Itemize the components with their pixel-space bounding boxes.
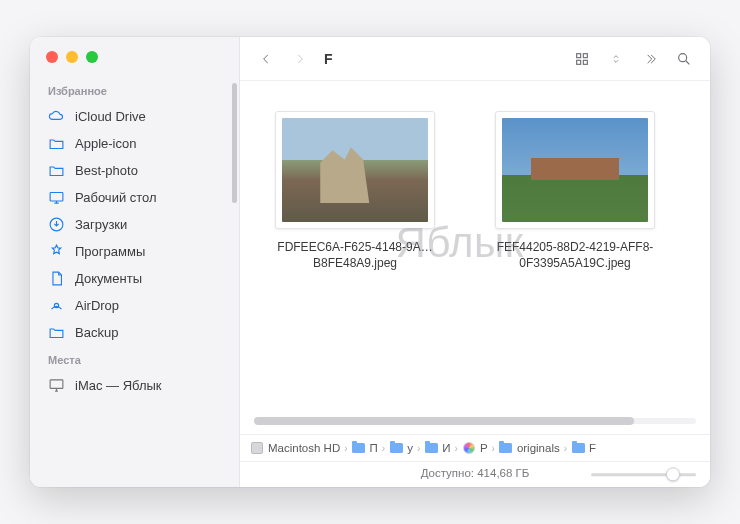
chevron-right-icon: › — [492, 443, 495, 454]
file-item[interactable]: FDFEEC6A-F625-4148-9A…B8FE48A9.jpeg — [260, 111, 450, 271]
path-segment[interactable]: P — [462, 441, 488, 455]
view-options-button[interactable] — [602, 46, 630, 72]
icon-size-slider[interactable] — [591, 467, 696, 481]
folder-icon — [389, 441, 403, 455]
path-segment[interactable]: Macintosh HD — [250, 441, 340, 455]
path-label: П — [370, 442, 378, 454]
sidebar: Избранное iCloud Drive Apple-icon Best-p… — [30, 37, 240, 487]
sidebar-item-icloud-drive[interactable]: iCloud Drive — [30, 103, 239, 130]
folder-icon — [499, 441, 513, 455]
file-thumbnail — [495, 111, 655, 229]
sidebar-item-label: iMac — Яблык — [75, 378, 162, 393]
file-name: FDFEEC6A-F625-4148-9A…B8FE48A9.jpeg — [260, 239, 450, 271]
file-grid[interactable]: FDFEEC6A-F625-4148-9A…B8FE48A9.jpeg FEF4… — [240, 81, 710, 414]
path-segment[interactable]: F — [571, 441, 596, 455]
toolbar: F — [240, 37, 710, 81]
svg-rect-5 — [583, 53, 587, 57]
sidebar-item-desktop[interactable]: Рабочий стол — [30, 184, 239, 211]
sidebar-item-label: Best-photo — [75, 163, 138, 178]
file-item[interactable]: FEF44205-88D2-4219-AFF8-0F3395A5A19C.jpe… — [480, 111, 670, 271]
imac-icon — [48, 377, 65, 394]
sidebar-section-locations: Места — [30, 346, 239, 372]
path-segment[interactable]: originals — [499, 441, 560, 455]
forward-button[interactable] — [286, 46, 314, 72]
desktop-icon — [48, 189, 65, 206]
sidebar-item-apple-icon[interactable]: Apple-icon — [30, 130, 239, 157]
svg-rect-6 — [577, 60, 581, 64]
back-button[interactable] — [252, 46, 280, 72]
status-text: Доступно: 414,68 ГБ — [421, 467, 530, 479]
more-toolbar-button[interactable] — [636, 46, 664, 72]
file-thumbnail — [275, 111, 435, 229]
sidebar-item-label: AirDrop — [75, 298, 119, 313]
sidebar-item-label: Backup — [75, 325, 118, 340]
sidebar-item-applications[interactable]: Программы — [30, 238, 239, 265]
path-segment[interactable]: y — [389, 441, 413, 455]
folder-icon — [48, 324, 65, 341]
path-segment[interactable]: И — [424, 441, 450, 455]
svg-point-8 — [679, 53, 687, 61]
folder-icon — [424, 441, 438, 455]
disk-icon — [250, 441, 264, 455]
path-label: Macintosh HD — [268, 442, 340, 454]
svg-rect-4 — [577, 53, 581, 57]
sidebar-item-label: Программы — [75, 244, 145, 259]
sidebar-item-imac[interactable]: iMac — Яблык — [30, 372, 239, 399]
search-button[interactable] — [670, 46, 698, 72]
status-bar: Доступно: 414,68 ГБ — [240, 461, 710, 487]
path-label: y — [407, 442, 413, 454]
sidebar-item-airdrop[interactable]: AirDrop — [30, 292, 239, 319]
sidebar-list: Избранное iCloud Drive Apple-icon Best-p… — [30, 73, 239, 487]
path-label: originals — [517, 442, 560, 454]
sidebar-item-label: Рабочий стол — [75, 190, 157, 205]
path-label: P — [480, 442, 488, 454]
sidebar-item-downloads[interactable]: Загрузки — [30, 211, 239, 238]
photos-library-icon — [462, 441, 476, 455]
zoom-button[interactable] — [86, 51, 98, 63]
minimize-button[interactable] — [66, 51, 78, 63]
svg-rect-3 — [50, 380, 63, 389]
main-pane: F FDFEEC6A-F625-4148-9A…B8FE48A9.jpeg FE… — [240, 37, 710, 487]
doc-icon — [48, 270, 65, 287]
sidebar-item-label: iCloud Drive — [75, 109, 146, 124]
file-name: FEF44205-88D2-4219-AFF8-0F3395A5A19C.jpe… — [480, 239, 670, 271]
path-bar: Macintosh HD › П › y › И › P › originals… — [240, 434, 710, 461]
path-label: И — [442, 442, 450, 454]
download-icon — [48, 216, 65, 233]
chevron-right-icon: › — [382, 443, 385, 454]
finder-window: Избранное iCloud Drive Apple-icon Best-p… — [30, 37, 710, 487]
folder-icon — [571, 441, 585, 455]
path-segment[interactable]: П — [352, 441, 378, 455]
sidebar-item-best-photo[interactable]: Best-photo — [30, 157, 239, 184]
airdrop-icon — [48, 297, 65, 314]
sidebar-item-label: Документы — [75, 271, 142, 286]
window-title: F — [324, 51, 333, 67]
chevron-right-icon: › — [455, 443, 458, 454]
window-controls — [30, 37, 239, 73]
cloud-icon — [48, 108, 65, 125]
sidebar-item-label: Загрузки — [75, 217, 127, 232]
sidebar-scrollbar[interactable] — [232, 83, 237, 203]
path-label: F — [589, 442, 596, 454]
apps-icon — [48, 243, 65, 260]
folder-icon — [48, 162, 65, 179]
sidebar-item-documents[interactable]: Документы — [30, 265, 239, 292]
chevron-right-icon: › — [344, 443, 347, 454]
chevron-right-icon: › — [564, 443, 567, 454]
svg-rect-0 — [50, 193, 63, 202]
close-button[interactable] — [46, 51, 58, 63]
folder-icon — [48, 135, 65, 152]
sidebar-section-favorites: Избранное — [30, 77, 239, 103]
svg-rect-7 — [583, 60, 587, 64]
view-icon-grid-button[interactable] — [568, 46, 596, 72]
folder-icon — [352, 441, 366, 455]
horizontal-scrollbar[interactable] — [254, 414, 696, 428]
sidebar-item-label: Apple-icon — [75, 136, 136, 151]
chevron-right-icon: › — [417, 443, 420, 454]
sidebar-item-backup[interactable]: Backup — [30, 319, 239, 346]
